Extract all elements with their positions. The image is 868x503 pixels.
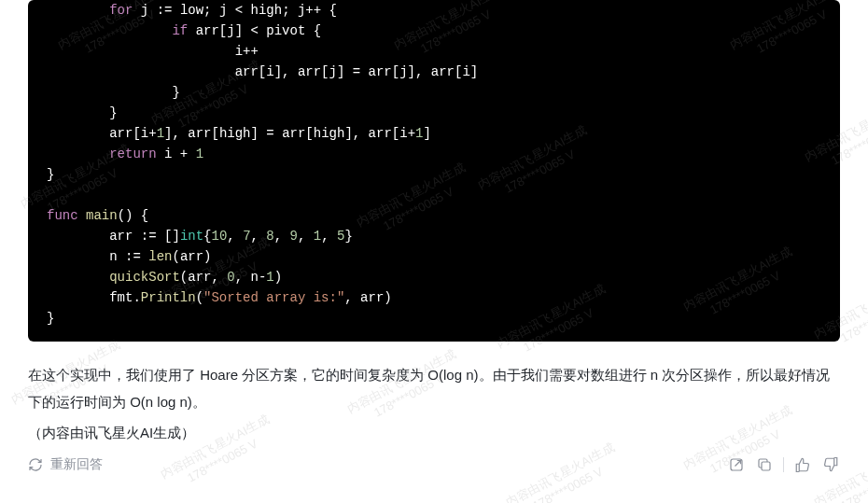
- svg-rect-1: [762, 462, 770, 470]
- refresh-icon: [28, 457, 43, 472]
- attribution-text: （内容由讯飞星火AI生成）: [28, 425, 840, 442]
- share-button[interactable]: [727, 455, 746, 474]
- right-action-group: [727, 455, 840, 474]
- copy-icon: [756, 456, 773, 473]
- thumbs-down-icon: [822, 456, 839, 473]
- regenerate-button[interactable]: 重新回答: [28, 456, 103, 473]
- share-icon: [728, 456, 745, 473]
- thumbs-down-button[interactable]: [821, 455, 840, 474]
- copy-button[interactable]: [755, 455, 774, 474]
- regenerate-label: 重新回答: [50, 456, 103, 473]
- thumbs-up-button[interactable]: [793, 455, 812, 474]
- explanation-text: 在这个实现中，我们使用了 Hoare 分区方案，它的时间复杂度为 O(log n…: [28, 362, 840, 415]
- thumbs-up-icon: [794, 456, 811, 473]
- action-bar: 重新回答: [28, 455, 840, 474]
- code-block: for j := low; j < high; j++ { if arr[j] …: [28, 0, 840, 342]
- divider: [783, 457, 784, 472]
- code-content: for j := low; j < high; j++ { if arr[j] …: [47, 0, 821, 328]
